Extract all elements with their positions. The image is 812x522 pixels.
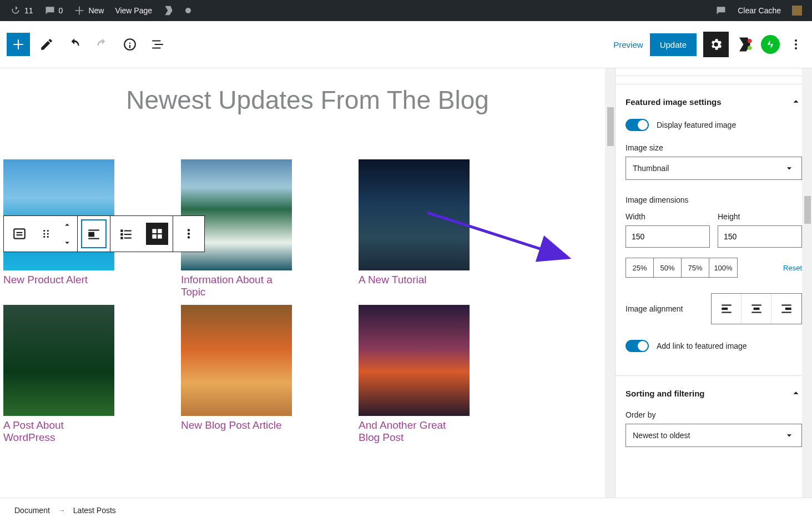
align-button[interactable] bbox=[81, 219, 107, 248]
svg-point-4 bbox=[795, 47, 797, 49]
more-vertical-icon bbox=[181, 227, 196, 241]
status-dot-icon bbox=[185, 8, 191, 13]
info-button[interactable] bbox=[119, 33, 141, 56]
admin-bar-updates[interactable]: 11 bbox=[4, 0, 39, 21]
redo-icon bbox=[95, 37, 109, 52]
move-down-button[interactable] bbox=[57, 234, 77, 252]
admin-bar-status[interactable] bbox=[180, 0, 196, 21]
redo-button[interactable] bbox=[91, 33, 113, 56]
drag-icon bbox=[39, 227, 53, 241]
post-title[interactable]: New Product Alert bbox=[3, 274, 114, 286]
yoast-button[interactable] bbox=[735, 35, 754, 54]
list-view-button[interactable] bbox=[110, 216, 142, 252]
post-title[interactable]: New Blog Post Article bbox=[181, 419, 292, 431]
pencil-icon bbox=[39, 37, 54, 52]
post-card[interactable]: A New Tutorial bbox=[359, 159, 470, 300]
block-more-button[interactable] bbox=[173, 216, 204, 252]
admin-bar-yoast[interactable] bbox=[158, 0, 180, 21]
display-featured-image-label: Display featured image bbox=[657, 121, 736, 129]
width-input[interactable] bbox=[626, 225, 710, 248]
post-card[interactable]: New Blog Post Article bbox=[181, 305, 292, 446]
undo-button[interactable] bbox=[63, 33, 85, 56]
drag-handle[interactable] bbox=[35, 216, 57, 252]
jetpack-icon bbox=[765, 39, 775, 49]
post-thumbnail bbox=[181, 159, 292, 270]
svg-rect-33 bbox=[722, 312, 731, 313]
admin-bar-comments[interactable]: 0 bbox=[39, 0, 69, 21]
sidebar-scrollbar[interactable] bbox=[802, 68, 812, 498]
post-title[interactable]: A New Tutorial bbox=[359, 274, 470, 286]
admin-bar-new[interactable]: New bbox=[68, 0, 109, 21]
align-right-button[interactable] bbox=[771, 294, 801, 324]
breadcrumb-latest-posts[interactable]: Latest Posts bbox=[73, 506, 116, 515]
align-left-button[interactable] bbox=[712, 294, 742, 324]
svg-rect-20 bbox=[124, 234, 132, 235]
admin-bar-notes[interactable] bbox=[710, 0, 732, 21]
page-title[interactable]: Newest Updates From The Blog bbox=[0, 85, 615, 115]
admin-bar: 11 0 New View Page Clear Cache bbox=[0, 0, 812, 21]
image-size-select[interactable]: Thumbnail bbox=[626, 157, 802, 180]
order-by-label: Order by bbox=[626, 410, 802, 419]
post-title[interactable]: Information About a Topic bbox=[181, 274, 292, 298]
add-link-label: Add link to featured image bbox=[657, 342, 747, 350]
post-thumbnail bbox=[3, 305, 114, 416]
chevron-down-icon bbox=[62, 238, 72, 248]
order-by-select[interactable]: Newest to oldest bbox=[626, 424, 802, 447]
settings-sidebar: Featured image settings Display featured… bbox=[615, 68, 812, 498]
featured-image-settings-header[interactable]: Featured image settings bbox=[616, 84, 812, 119]
more-vertical-icon bbox=[789, 38, 803, 51]
admin-bar-updates-count: 11 bbox=[24, 6, 33, 15]
panel-title: Sorting and filtering bbox=[626, 389, 705, 398]
post-title[interactable]: And Another Great Blog Post bbox=[359, 419, 470, 444]
svg-point-10 bbox=[43, 233, 45, 234]
chevron-up-icon bbox=[790, 96, 802, 108]
pct-50-button[interactable]: 50% bbox=[654, 258, 682, 277]
breadcrumb-arrow-icon: → bbox=[58, 506, 65, 515]
gear-icon bbox=[709, 37, 723, 52]
scrollbar-thumb[interactable] bbox=[804, 196, 811, 224]
add-link-toggle[interactable] bbox=[626, 340, 649, 352]
align-center-icon bbox=[749, 302, 764, 316]
more-options-button[interactable] bbox=[786, 32, 805, 57]
add-block-button[interactable] bbox=[7, 33, 30, 56]
svg-rect-32 bbox=[722, 308, 728, 310]
svg-rect-39 bbox=[781, 312, 791, 313]
pct-75-button[interactable]: 75% bbox=[682, 258, 709, 277]
pct-25-button[interactable]: 25% bbox=[626, 258, 654, 277]
svg-rect-24 bbox=[158, 229, 162, 233]
editor-canvas[interactable]: Newest Updates From The Blog bbox=[0, 68, 615, 498]
chevron-up-icon bbox=[790, 387, 802, 399]
grid-view-button[interactable] bbox=[142, 216, 173, 252]
jetpack-button[interactable] bbox=[761, 35, 780, 54]
admin-bar-clear-cache[interactable]: Clear Cache bbox=[732, 0, 786, 21]
post-card[interactable]: A Post About WordPress bbox=[3, 305, 114, 446]
admin-bar-account[interactable] bbox=[786, 0, 808, 21]
height-input[interactable] bbox=[718, 225, 802, 248]
image-size-value: Thumbnail bbox=[633, 164, 669, 173]
post-title[interactable]: A Post About WordPress bbox=[3, 419, 114, 444]
settings-button[interactable] bbox=[703, 32, 729, 57]
post-card[interactable]: And Another Great Blog Post bbox=[359, 305, 470, 446]
height-label: Height bbox=[718, 212, 802, 221]
admin-bar-view-page[interactable]: View Page bbox=[109, 0, 158, 21]
breadcrumb-document[interactable]: Document bbox=[14, 506, 50, 515]
display-featured-image-toggle[interactable] bbox=[626, 119, 649, 131]
modes-button[interactable] bbox=[36, 33, 58, 56]
block-type-button[interactable] bbox=[4, 216, 35, 252]
svg-rect-26 bbox=[158, 234, 162, 239]
block-toolbar bbox=[3, 215, 205, 252]
pct-100-button[interactable]: 100% bbox=[709, 258, 737, 277]
admin-bar-view-page-label: View Page bbox=[115, 6, 152, 15]
sorting-filtering-header[interactable]: Sorting and filtering bbox=[616, 376, 812, 410]
list-view-icon bbox=[119, 227, 133, 241]
move-up-button[interactable] bbox=[57, 216, 77, 234]
svg-rect-21 bbox=[120, 237, 123, 239]
canvas-scrollbar[interactable] bbox=[605, 68, 615, 498]
outline-button[interactable] bbox=[147, 33, 169, 56]
align-center-button[interactable] bbox=[742, 294, 771, 324]
update-button[interactable]: Update bbox=[650, 33, 697, 56]
svg-point-11 bbox=[47, 233, 49, 234]
preview-link[interactable]: Preview bbox=[613, 40, 643, 49]
reset-link[interactable]: Reset bbox=[783, 264, 802, 272]
scrollbar-thumb[interactable] bbox=[607, 107, 614, 146]
